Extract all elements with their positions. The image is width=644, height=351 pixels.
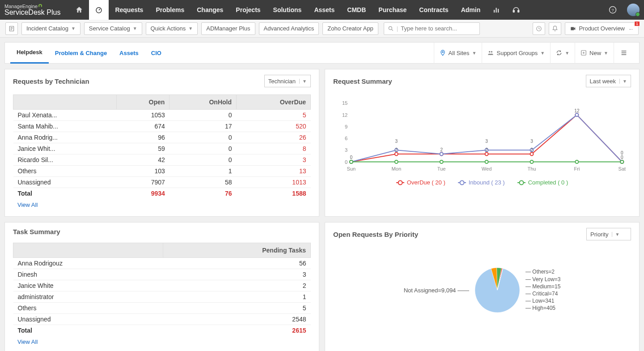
search-icon [388,26,394,32]
incident-catalog-dropdown[interactable]: Incident Catalog▼ [21,22,80,35]
svg-point-30 [395,153,398,156]
hamburger-icon [620,49,627,56]
brand-line1: ManageEngine [4,4,38,9]
col-blank [13,95,117,110]
legend-overdue: OverDue ( 20 ) [396,179,445,186]
table-row: Anna Rodrigouz56 [13,258,311,269]
svg-text:Thu: Thu [527,166,536,171]
help-icon[interactable]: ? [603,0,623,20]
chevron-down-icon: ▼ [472,51,477,56]
tab-problem-change[interactable]: Problem & Change [49,42,113,64]
refresh-dropdown[interactable]: ▼ [550,42,575,64]
svg-text:0: 0 [621,150,623,155]
widget-title: Open Requests By Priority [333,231,586,238]
svg-text:12: 12 [342,112,347,118]
svg-rect-5 [518,10,519,13]
pie-label: — Low=341 [525,297,560,304]
pie-side-labels: — Others=2— Very Low=3— Medium=15— Criti… [525,268,560,312]
table-row: Others5 [13,303,311,314]
col-open: Open [116,95,169,110]
nav-link-cmdb[interactable]: CMDB [341,0,372,20]
pie-main-label: Not Assigned=9,094 —— [404,287,469,294]
service-catalog-dropdown[interactable]: Service Catalog▼ [84,22,142,35]
view-all-link[interactable]: View All [13,201,38,208]
brand-logo: ManageEngine ServiceDesk Plus [4,4,60,16]
advanced-analytics-label: Advanced Analytics [264,25,314,32]
pie-label: — Critical=74 [525,290,560,297]
brand-ring-icon [38,4,42,8]
home-icon[interactable] [69,0,89,20]
reports-icon[interactable] [487,0,506,20]
table-row: Dinesh3 [13,269,311,280]
quick-actions-dropdown[interactable]: Quick Actions▼ [146,22,198,35]
tab-cio[interactable]: CIO [145,42,168,64]
priority-selector[interactable]: Priority▼ [586,228,631,240]
svg-point-12 [489,51,491,53]
sites-label: All Sites [449,50,470,56]
nav-link-projects[interactable]: Projects [229,0,267,20]
table-row: administrator1 [13,291,311,303]
table-row: Unassigned7907581013 [13,177,311,188]
table-row: Unassigned2548 [13,314,311,325]
request-template-icon[interactable] [5,22,18,35]
chevron-down-icon: ▼ [612,232,619,237]
nav-link-assets[interactable]: Assets [308,0,341,20]
nav-link-admin[interactable]: Admin [455,0,487,20]
svg-rect-3 [498,9,499,13]
svg-point-48 [575,160,578,163]
dashboard-icon[interactable] [89,0,109,20]
request-summary-chart: 03691215SunMonTueWedThuFriSat02322323120… [333,94,631,175]
nav-link-requests[interactable]: Requests [109,0,149,20]
pie-label: — Medium=15 [525,283,560,290]
advanced-analytics-button[interactable]: Advanced Analytics [259,22,319,35]
admanager-label: ADManager Plus [206,25,250,32]
group-icon [487,50,494,56]
search-input[interactable] [401,25,476,32]
nav-link-problems[interactable]: Problems [149,0,191,20]
chevron-down-icon: ▼ [540,51,545,56]
notifications-icon[interactable] [549,22,561,35]
widget-task-summary: Task Summary Pending Tasks Anna Rodrigou… [4,222,319,351]
timerange-selector[interactable]: Last week▼ [586,75,631,87]
groups-dropdown[interactable]: Support Groups ▼ [482,42,550,64]
chevron-down-icon: ▼ [565,51,569,56]
svg-text:3: 3 [395,139,398,144]
nav-link-purchase[interactable]: Purchase [372,0,413,20]
zoho-creator-button[interactable]: Zoho Creator App [322,22,378,35]
priority-pie-chart [473,265,522,315]
svg-text:0: 0 [621,155,623,160]
total-row: Total2615 [13,325,311,336]
selector-value: Priority [590,231,608,238]
tab-helpdesk[interactable]: Helpdesk [10,42,49,64]
technician-selector[interactable]: Technician▼ [264,75,311,87]
service-catalog-label: Service Catalog [89,25,130,32]
product-overview-label: Product Overview [579,25,625,32]
menu-button[interactable] [614,42,634,64]
product-overview-button[interactable]: Product Overview 1 [565,22,639,35]
svg-text:Sun: Sun [347,166,356,171]
widget-title: Task Summary [13,228,311,235]
widget-title: Request Summary [333,77,586,85]
user-avatar[interactable] [627,4,640,16]
brand-line2: ServiceDesk Plus [4,9,60,16]
zoho-creator-label: Zoho Creator App [327,25,373,32]
col-onhold: OnHold [169,95,237,110]
tab-assets[interactable]: Assets [113,42,145,64]
view-all-link[interactable]: View All [13,338,38,345]
nav-link-solutions[interactable]: Solutions [267,0,308,20]
svg-text:9: 9 [345,124,347,129]
table-row: Janice Whit...5908 [13,143,311,154]
nav-link-changes[interactable]: Changes [191,0,229,20]
svg-point-32 [485,153,488,156]
support-icon[interactable] [506,0,526,20]
new-dropdown[interactable]: New ▼ [575,42,614,64]
chevron-down-icon: ▼ [71,26,76,31]
admanager-button[interactable]: ADManager Plus [201,22,255,35]
widget-requests-by-technician: Requests by Technician Technician▼ Open … [4,69,319,217]
sites-dropdown[interactable]: All Sites ▼ [434,42,482,64]
svg-text:3: 3 [345,147,347,153]
svg-text:2: 2 [485,147,488,152]
nav-link-contracts[interactable]: Contracts [413,0,454,20]
search-box[interactable]: | [384,22,480,35]
recent-items-icon[interactable] [533,22,545,35]
